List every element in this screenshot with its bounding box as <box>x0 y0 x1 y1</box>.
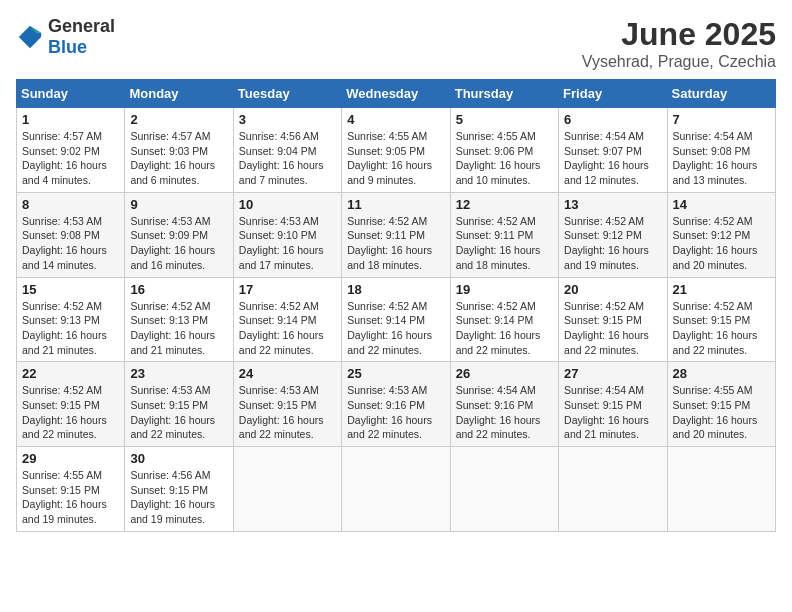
day-number: 19 <box>456 282 553 297</box>
calendar-cell: 8 Sunrise: 4:53 AM Sunset: 9:08 PM Dayli… <box>17 192 125 277</box>
calendar-cell: 23 Sunrise: 4:53 AM Sunset: 9:15 PM Dayl… <box>125 362 233 447</box>
calendar-row: 22 Sunrise: 4:52 AM Sunset: 9:15 PM Dayl… <box>17 362 776 447</box>
calendar-cell: 17 Sunrise: 4:52 AM Sunset: 9:14 PM Dayl… <box>233 277 341 362</box>
calendar-cell: 3 Sunrise: 4:56 AM Sunset: 9:04 PM Dayli… <box>233 108 341 193</box>
calendar-cell: 26 Sunrise: 4:54 AM Sunset: 9:16 PM Dayl… <box>450 362 558 447</box>
calendar-cell: 27 Sunrise: 4:54 AM Sunset: 9:15 PM Dayl… <box>559 362 667 447</box>
day-number: 9 <box>130 197 227 212</box>
calendar-cell: 24 Sunrise: 4:53 AM Sunset: 9:15 PM Dayl… <box>233 362 341 447</box>
calendar-cell <box>559 447 667 532</box>
logo-general: General <box>48 16 115 36</box>
day-number: 17 <box>239 282 336 297</box>
calendar-table: Sunday Monday Tuesday Wednesday Thursday… <box>16 79 776 532</box>
day-info: Sunrise: 4:52 AM Sunset: 9:13 PM Dayligh… <box>22 299 119 358</box>
calendar-cell: 28 Sunrise: 4:55 AM Sunset: 9:15 PM Dayl… <box>667 362 775 447</box>
calendar-cell: 11 Sunrise: 4:52 AM Sunset: 9:11 PM Dayl… <box>342 192 450 277</box>
day-info: Sunrise: 4:52 AM Sunset: 9:13 PM Dayligh… <box>130 299 227 358</box>
calendar-cell: 6 Sunrise: 4:54 AM Sunset: 9:07 PM Dayli… <box>559 108 667 193</box>
calendar-row: 15 Sunrise: 4:52 AM Sunset: 9:13 PM Dayl… <box>17 277 776 362</box>
calendar-header-row: Sunday Monday Tuesday Wednesday Thursday… <box>17 80 776 108</box>
calendar-cell: 19 Sunrise: 4:52 AM Sunset: 9:14 PM Dayl… <box>450 277 558 362</box>
calendar-cell: 25 Sunrise: 4:53 AM Sunset: 9:16 PM Dayl… <box>342 362 450 447</box>
col-thursday: Thursday <box>450 80 558 108</box>
calendar-row: 8 Sunrise: 4:53 AM Sunset: 9:08 PM Dayli… <box>17 192 776 277</box>
day-info: Sunrise: 4:53 AM Sunset: 9:09 PM Dayligh… <box>130 214 227 273</box>
calendar-cell: 22 Sunrise: 4:52 AM Sunset: 9:15 PM Dayl… <box>17 362 125 447</box>
calendar-cell <box>342 447 450 532</box>
day-info: Sunrise: 4:52 AM Sunset: 9:15 PM Dayligh… <box>564 299 661 358</box>
day-number: 28 <box>673 366 770 381</box>
calendar-cell: 20 Sunrise: 4:52 AM Sunset: 9:15 PM Dayl… <box>559 277 667 362</box>
day-number: 26 <box>456 366 553 381</box>
day-number: 8 <box>22 197 119 212</box>
day-info: Sunrise: 4:52 AM Sunset: 9:11 PM Dayligh… <box>456 214 553 273</box>
day-number: 2 <box>130 112 227 127</box>
logo-icon <box>16 23 44 51</box>
month-title: June 2025 <box>582 16 776 53</box>
day-number: 4 <box>347 112 444 127</box>
day-number: 16 <box>130 282 227 297</box>
calendar-cell: 29 Sunrise: 4:55 AM Sunset: 9:15 PM Dayl… <box>17 447 125 532</box>
calendar-cell: 14 Sunrise: 4:52 AM Sunset: 9:12 PM Dayl… <box>667 192 775 277</box>
calendar-cell: 9 Sunrise: 4:53 AM Sunset: 9:09 PM Dayli… <box>125 192 233 277</box>
day-number: 21 <box>673 282 770 297</box>
calendar-cell: 5 Sunrise: 4:55 AM Sunset: 9:06 PM Dayli… <box>450 108 558 193</box>
col-saturday: Saturday <box>667 80 775 108</box>
day-info: Sunrise: 4:54 AM Sunset: 9:15 PM Dayligh… <box>564 383 661 442</box>
day-info: Sunrise: 4:55 AM Sunset: 9:06 PM Dayligh… <box>456 129 553 188</box>
calendar-cell <box>450 447 558 532</box>
day-info: Sunrise: 4:54 AM Sunset: 9:07 PM Dayligh… <box>564 129 661 188</box>
day-info: Sunrise: 4:52 AM Sunset: 9:14 PM Dayligh… <box>347 299 444 358</box>
day-info: Sunrise: 4:57 AM Sunset: 9:03 PM Dayligh… <box>130 129 227 188</box>
day-number: 15 <box>22 282 119 297</box>
logo-text: General Blue <box>48 16 115 58</box>
day-info: Sunrise: 4:55 AM Sunset: 9:15 PM Dayligh… <box>673 383 770 442</box>
calendar-cell: 18 Sunrise: 4:52 AM Sunset: 9:14 PM Dayl… <box>342 277 450 362</box>
calendar-cell: 21 Sunrise: 4:52 AM Sunset: 9:15 PM Dayl… <box>667 277 775 362</box>
day-info: Sunrise: 4:56 AM Sunset: 9:04 PM Dayligh… <box>239 129 336 188</box>
day-number: 12 <box>456 197 553 212</box>
day-number: 3 <box>239 112 336 127</box>
day-info: Sunrise: 4:52 AM Sunset: 9:15 PM Dayligh… <box>673 299 770 358</box>
svg-marker-0 <box>19 26 41 48</box>
day-info: Sunrise: 4:53 AM Sunset: 9:16 PM Dayligh… <box>347 383 444 442</box>
day-info: Sunrise: 4:53 AM Sunset: 9:08 PM Dayligh… <box>22 214 119 273</box>
day-info: Sunrise: 4:52 AM Sunset: 9:12 PM Dayligh… <box>564 214 661 273</box>
col-monday: Monday <box>125 80 233 108</box>
calendar-row: 29 Sunrise: 4:55 AM Sunset: 9:15 PM Dayl… <box>17 447 776 532</box>
day-number: 11 <box>347 197 444 212</box>
calendar-cell: 1 Sunrise: 4:57 AM Sunset: 9:02 PM Dayli… <box>17 108 125 193</box>
logo: General Blue <box>16 16 115 58</box>
day-number: 13 <box>564 197 661 212</box>
day-number: 5 <box>456 112 553 127</box>
col-wednesday: Wednesday <box>342 80 450 108</box>
page-header: General Blue June 2025 Vysehrad, Prague,… <box>16 16 776 71</box>
day-number: 6 <box>564 112 661 127</box>
calendar-cell: 30 Sunrise: 4:56 AM Sunset: 9:15 PM Dayl… <box>125 447 233 532</box>
col-friday: Friday <box>559 80 667 108</box>
calendar-cell <box>233 447 341 532</box>
day-info: Sunrise: 4:54 AM Sunset: 9:16 PM Dayligh… <box>456 383 553 442</box>
calendar-cell: 2 Sunrise: 4:57 AM Sunset: 9:03 PM Dayli… <box>125 108 233 193</box>
day-info: Sunrise: 4:56 AM Sunset: 9:15 PM Dayligh… <box>130 468 227 527</box>
day-info: Sunrise: 4:54 AM Sunset: 9:08 PM Dayligh… <box>673 129 770 188</box>
day-number: 23 <box>130 366 227 381</box>
calendar-cell: 4 Sunrise: 4:55 AM Sunset: 9:05 PM Dayli… <box>342 108 450 193</box>
col-tuesday: Tuesday <box>233 80 341 108</box>
day-info: Sunrise: 4:53 AM Sunset: 9:15 PM Dayligh… <box>130 383 227 442</box>
day-number: 1 <box>22 112 119 127</box>
calendar-cell: 7 Sunrise: 4:54 AM Sunset: 9:08 PM Dayli… <box>667 108 775 193</box>
calendar-cell: 15 Sunrise: 4:52 AM Sunset: 9:13 PM Dayl… <box>17 277 125 362</box>
day-number: 10 <box>239 197 336 212</box>
day-number: 24 <box>239 366 336 381</box>
calendar-row: 1 Sunrise: 4:57 AM Sunset: 9:02 PM Dayli… <box>17 108 776 193</box>
calendar-cell <box>667 447 775 532</box>
day-number: 22 <box>22 366 119 381</box>
day-number: 18 <box>347 282 444 297</box>
calendar-cell: 12 Sunrise: 4:52 AM Sunset: 9:11 PM Dayl… <box>450 192 558 277</box>
col-sunday: Sunday <box>17 80 125 108</box>
day-number: 25 <box>347 366 444 381</box>
calendar-cell: 13 Sunrise: 4:52 AM Sunset: 9:12 PM Dayl… <box>559 192 667 277</box>
calendar-cell: 10 Sunrise: 4:53 AM Sunset: 9:10 PM Dayl… <box>233 192 341 277</box>
logo-blue: Blue <box>48 37 87 57</box>
